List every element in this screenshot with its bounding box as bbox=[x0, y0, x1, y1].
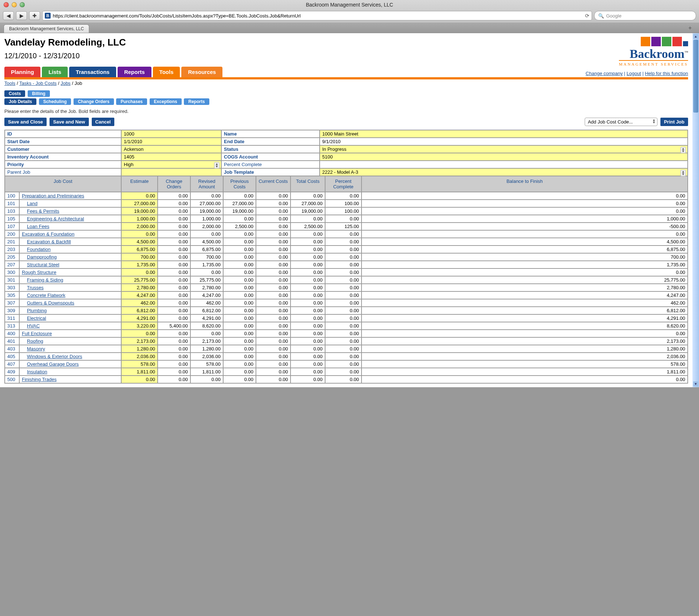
cell-desc[interactable]: Electrical bbox=[19, 314, 121, 322]
tab-scheduling[interactable]: Scheduling bbox=[39, 98, 71, 105]
cell-code[interactable]: 500 bbox=[5, 376, 19, 383]
cell-estimate[interactable]: 19,000.00 bbox=[121, 207, 158, 215]
cell-code[interactable]: 303 bbox=[5, 284, 19, 291]
search-field[interactable]: 🔍 Google bbox=[594, 11, 696, 20]
cell-code[interactable]: 205 bbox=[5, 253, 19, 261]
cell-desc[interactable]: Masonry bbox=[19, 345, 121, 353]
cell-desc[interactable]: Full Enclosure bbox=[19, 330, 121, 337]
cell-desc[interactable]: Excavation & Backfill bbox=[19, 238, 121, 246]
cell-code[interactable]: 309 bbox=[5, 307, 19, 314]
customer-field[interactable]: Ackerson bbox=[121, 145, 221, 153]
new-tab-button[interactable]: + bbox=[685, 23, 695, 33]
save-close-button[interactable]: Save and Close bbox=[4, 118, 47, 126]
tab-purchases[interactable]: Purchases bbox=[116, 98, 147, 105]
start-field[interactable]: 1/1/2010 bbox=[121, 138, 221, 145]
nav-transactions[interactable]: Transactions bbox=[69, 67, 116, 77]
cell-code[interactable]: 201 bbox=[5, 238, 19, 246]
cell-code[interactable]: 407 bbox=[5, 360, 19, 368]
cell-estimate[interactable]: 27,000.00 bbox=[121, 200, 158, 207]
cell-estimate[interactable]: 4,500.00 bbox=[121, 238, 158, 246]
cell-desc[interactable]: Overhead Garage Doors bbox=[19, 360, 121, 368]
cell-code[interactable]: 207 bbox=[5, 261, 19, 268]
cell-code[interactable]: 313 bbox=[5, 322, 19, 330]
cell-estimate[interactable]: 1,811.00 bbox=[121, 368, 158, 376]
crumb-tools[interactable]: Tools bbox=[4, 81, 15, 86]
cell-desc[interactable]: Trusses bbox=[19, 284, 121, 291]
cell-desc[interactable]: Finishing Trades bbox=[19, 376, 121, 383]
cell-code[interactable]: 400 bbox=[5, 330, 19, 337]
scroll-thumb[interactable] bbox=[693, 40, 698, 113]
end-field[interactable]: 9/1/2010 bbox=[320, 138, 688, 145]
name-field[interactable]: 1000 Main Street bbox=[320, 130, 688, 138]
nav-planning[interactable]: Planning bbox=[4, 67, 40, 77]
cell-code[interactable]: 300 bbox=[5, 268, 19, 276]
cell-estimate[interactable]: 1,280.00 bbox=[121, 345, 158, 353]
cell-code[interactable]: 103 bbox=[5, 207, 19, 215]
tab-costs[interactable]: Costs bbox=[4, 90, 25, 97]
cell-code[interactable]: 305 bbox=[5, 291, 19, 299]
nav-resources[interactable]: Resources bbox=[181, 67, 222, 77]
tab-reports2[interactable]: Reports bbox=[184, 98, 209, 105]
add-jobcost-dropdown[interactable]: Add Job Cost Code... ▲▼ bbox=[585, 118, 657, 126]
crumb-tasks[interactable]: Tasks - Job Costs bbox=[19, 81, 57, 86]
cell-code[interactable]: 200 bbox=[5, 230, 19, 238]
cell-estimate[interactable]: 0.00 bbox=[121, 330, 158, 337]
cell-estimate[interactable]: 4,247.00 bbox=[121, 291, 158, 299]
cell-estimate[interactable]: 700.00 bbox=[121, 253, 158, 261]
id-field[interactable]: 1000 bbox=[121, 130, 221, 138]
cell-code[interactable]: 101 bbox=[5, 200, 19, 207]
tab-jobdetails[interactable]: Job Details bbox=[4, 98, 36, 105]
cell-code[interactable]: 405 bbox=[5, 353, 19, 360]
tab-changeorders[interactable]: Change Orders bbox=[74, 98, 114, 105]
cell-desc[interactable]: Framing & Siding bbox=[19, 276, 121, 284]
cell-estimate[interactable]: 25,775.00 bbox=[121, 276, 158, 284]
cell-code[interactable]: 203 bbox=[5, 246, 19, 253]
print-job-button[interactable]: Print Job bbox=[660, 118, 688, 126]
cancel-button[interactable]: Cancel bbox=[92, 118, 115, 126]
crumb-jobs[interactable]: Jobs bbox=[60, 81, 70, 86]
add-bookmark-button[interactable]: ✚ bbox=[29, 11, 40, 20]
nav-reports[interactable]: Reports bbox=[118, 67, 151, 77]
scroll-down-icon[interactable]: ▼ bbox=[693, 381, 698, 387]
logout-link[interactable]: Logout bbox=[627, 71, 641, 76]
cogs-field[interactable]: 5100 bbox=[320, 153, 688, 161]
help-link[interactable]: Help for this function bbox=[645, 71, 688, 76]
cell-desc[interactable]: Gutters & Downspouts bbox=[19, 299, 121, 307]
cell-estimate[interactable]: 578.00 bbox=[121, 360, 158, 368]
cell-estimate[interactable]: 0.00 bbox=[121, 192, 158, 200]
status-field[interactable]: In Progress ▲▼ bbox=[320, 145, 688, 153]
cell-code[interactable]: 403 bbox=[5, 345, 19, 353]
cell-code[interactable]: 307 bbox=[5, 299, 19, 307]
cell-desc[interactable]: Loan Fees bbox=[19, 223, 121, 230]
cell-estimate[interactable]: 6,875.00 bbox=[121, 246, 158, 253]
cell-estimate[interactable]: 2,173.00 bbox=[121, 337, 158, 345]
cell-estimate[interactable]: 2,000.00 bbox=[121, 223, 158, 230]
nav-tools[interactable]: Tools bbox=[153, 67, 180, 77]
cell-code[interactable]: 301 bbox=[5, 276, 19, 284]
cell-code[interactable]: 311 bbox=[5, 314, 19, 322]
cell-desc[interactable]: Land bbox=[19, 200, 121, 207]
browser-tab[interactable]: Backroom Management Services, LLC bbox=[4, 24, 89, 33]
cell-desc[interactable]: HVAC bbox=[19, 322, 121, 330]
cell-estimate[interactable]: 0.00 bbox=[121, 376, 158, 383]
nav-lists[interactable]: Lists bbox=[42, 67, 68, 77]
tab-exceptions[interactable]: Exceptions bbox=[150, 98, 182, 105]
cell-code[interactable]: 105 bbox=[5, 215, 19, 223]
cell-estimate[interactable]: 2,036.00 bbox=[121, 353, 158, 360]
save-new-button[interactable]: Save and New bbox=[50, 118, 88, 126]
cell-estimate[interactable]: 2,780.00 bbox=[121, 284, 158, 291]
cell-desc[interactable]: Foundation bbox=[19, 246, 121, 253]
cell-estimate[interactable]: 462.00 bbox=[121, 299, 158, 307]
cell-desc[interactable]: Preparation and Preliminaries bbox=[19, 192, 121, 200]
cell-code[interactable]: 401 bbox=[5, 337, 19, 345]
cell-estimate[interactable]: 0.00 bbox=[121, 268, 158, 276]
forward-button[interactable]: ▶ bbox=[16, 11, 27, 20]
parent-field[interactable] bbox=[121, 168, 221, 176]
vertical-scrollbar[interactable]: ▲ ▼ bbox=[692, 33, 699, 387]
tab-billing[interactable]: Billing bbox=[28, 90, 50, 97]
cell-estimate[interactable]: 6,812.00 bbox=[121, 307, 158, 314]
cell-desc[interactable]: Engineering & Architectural bbox=[19, 215, 121, 223]
cell-desc[interactable]: Rough Structure bbox=[19, 268, 121, 276]
back-button[interactable]: ◀ bbox=[3, 11, 14, 20]
cell-estimate[interactable]: 1,000.00 bbox=[121, 215, 158, 223]
